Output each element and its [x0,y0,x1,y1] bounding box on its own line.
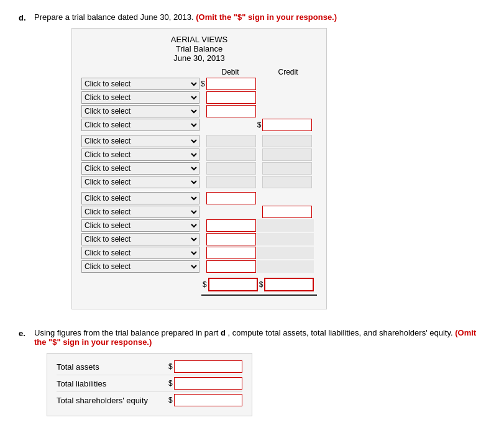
debit-input-2[interactable] [206,91,256,104]
debit-input-13[interactable] [206,247,256,259]
question-e-content: Using figures from the trial balance pre… [34,328,485,416]
question-e: e. Using figures from the trial balance … [19,328,485,416]
credit-empty-6 [262,149,312,161]
credit-shaded-14 [256,260,314,273]
debit-empty-8 [206,176,256,188]
account-select-11[interactable]: Click to select [81,219,199,232]
trial-balance-date: June 30, 2013 [81,53,317,63]
total-equity-input[interactable] [174,394,242,406]
debit-empty-7 [206,162,256,175]
account-select-8[interactable]: Click to select [81,176,199,188]
company-name: AERIAL VIEWS [81,35,317,44]
total-liabilities-input[interactable] [174,377,242,390]
table-row: Click to select $ [81,91,317,104]
question-e-label: e. [19,329,34,338]
table-row: Click to select $ [81,105,317,117]
debit-input-1[interactable] [206,78,256,90]
table-row: Click to select $ [81,260,317,273]
table-row: Click to select $ [81,135,317,147]
account-select-7[interactable]: Click to select [81,162,199,175]
table-row: Click to select $ [81,233,317,245]
account-select-4[interactable]: Click to select [81,119,199,131]
table-row: Click to select $ [81,78,317,90]
credit-input-10[interactable] [262,206,312,218]
total-debit-input[interactable] [208,278,258,291]
credit-empty-5 [262,135,312,147]
question-d-label: d. [19,13,34,22]
dollar-sign-total-debit: $ [201,280,208,289]
question-e-text2: , compute total assets, total liabilitie… [227,328,452,337]
debit-empty-5 [206,135,256,147]
dollar-sign-total-credit: $ [258,280,265,289]
account-select-9[interactable]: Click to select [81,192,199,204]
table-row: Click to select $ [81,176,317,188]
account-select-10[interactable]: Click to select [81,206,199,218]
section-e-table: Total assets $ Total liabilities $ Total… [47,353,252,416]
trial-balance-table: AERIAL VIEWS Trial Balance June 30, 2013… [71,28,327,309]
debit-header: Debit [201,68,259,76]
credit-shaded-11 [256,219,314,232]
total-assets-input[interactable] [174,360,242,373]
column-headers: Debit Credit [201,68,317,76]
credit-empty-8 [262,176,312,188]
question-e-bold-part: d [221,328,226,337]
debit-input-12[interactable] [206,233,256,245]
debit-input-9[interactable] [206,192,256,204]
total-liabilities-label: Total liabilities [57,379,168,388]
total-assets-row: Total assets $ [57,359,242,375]
credit-empty-7 [262,162,312,175]
table-row: Click to select $ [81,206,317,218]
dollar-assets: $ [168,362,173,371]
debit-input-14[interactable] [206,260,256,273]
credit-shaded-13 [256,247,314,259]
total-assets-label: Total assets [57,362,168,372]
doc-type: Trial Balance [81,44,317,53]
question-d-content: Prepare a trial balance dated June 30, 2… [34,12,485,309]
tb-header: AERIAL VIEWS Trial Balance June 30, 2013 [81,35,317,63]
credit-input-4[interactable] [262,119,312,131]
account-select-13[interactable]: Click to select [81,247,199,259]
account-select-5[interactable]: Click to select [81,135,199,147]
account-select-6[interactable]: Click to select [81,149,199,161]
credit-header: Credit [259,68,317,76]
debit-input-11[interactable] [206,219,256,232]
debit-input-3[interactable] [206,105,256,117]
table-row: Click to select $ [81,192,317,204]
question-d-text: Prepare a trial balance dated June 30, 2… [34,12,485,22]
account-select-3[interactable]: Click to select [81,105,199,117]
table-row: Click to select $ [81,219,317,232]
totals-row: $ $ [81,278,317,291]
table-row: Click to select $ [81,149,317,161]
dollar-liabilities: $ [168,379,173,388]
account-select-1[interactable]: Click to select [81,78,199,90]
debit-empty-6 [206,149,256,161]
total-equity-row: Total shareholders' equity $ [57,392,242,408]
question-d-main-text: Prepare a trial balance dated June 30, 2… [34,12,194,22]
table-row: Click to select $ [81,162,317,175]
table-row: Click to select $ $ [81,119,317,131]
dollar-sign-c4: $ [256,121,263,129]
total-equity-label: Total shareholders' equity [57,396,168,405]
account-select-14[interactable]: Click to select [81,260,199,273]
question-e-text1: Using figures from the trial balance pre… [34,328,218,337]
total-liabilities-row: Total liabilities $ [57,375,242,392]
question-e-text: Using figures from the trial balance pre… [34,328,485,347]
total-credit-input[interactable] [264,278,314,291]
dollar-equity: $ [168,396,173,404]
double-underline-area [201,294,317,296]
account-select-12[interactable]: Click to select [81,233,199,245]
account-select-2[interactable]: Click to select [81,91,199,104]
question-d: d. Prepare a trial balance dated June 30… [19,12,485,309]
question-d-instruction: (Omit the "$" sign in your response.) [196,12,337,22]
table-row: Click to select $ [81,247,317,259]
credit-shaded-12 [256,233,314,245]
dollar-sign-d1: $ [199,80,206,88]
